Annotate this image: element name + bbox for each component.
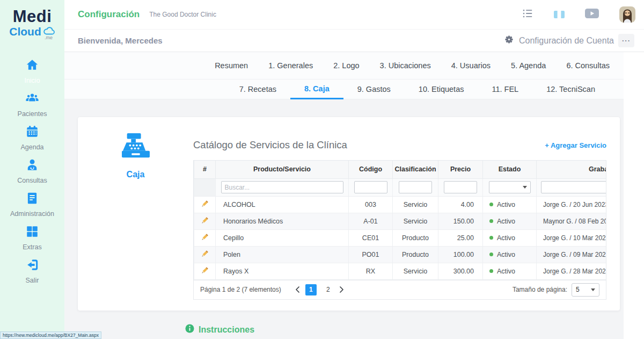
sidebar-item-inicio[interactable]: Inicio — [0, 54, 64, 88]
filter-clasificacion-input[interactable] — [399, 181, 432, 193]
table-filter-row — [194, 178, 607, 196]
pagination-summary: Página 1 de 2 (7 elementos) — [200, 286, 281, 293]
cell-codigo: A-01 — [349, 213, 393, 229]
cell-grabado: Jorge G. / 10 Mar 2022 16:0 — [537, 229, 607, 246]
cell-clasificacion: Producto — [393, 246, 438, 263]
table-row: Cepillo CE01 Producto 25.00 Activo Jorge… — [194, 229, 607, 246]
tab-logo[interactable]: 2. Logo — [323, 52, 369, 79]
tab-agenda[interactable]: 5. Agenda — [501, 52, 556, 79]
guatemala-flag-icon[interactable] — [554, 11, 565, 18]
tab-usuarios[interactable]: 4. Usuarios — [441, 52, 501, 79]
instructions-section: Instrucciones — [185, 324, 254, 335]
caja-section-label: Caja — [78, 170, 193, 179]
filter-codigo-input[interactable] — [354, 181, 387, 193]
pagination-bar: Página 1 de 2 (7 elementos) 1 2 Tamaño d… — [193, 280, 606, 300]
status-label: Activo — [497, 201, 515, 208]
filter-estado-select[interactable] — [489, 181, 531, 193]
tab-caja[interactable]: 8. Caja — [290, 80, 343, 99]
cell-estado: Activo — [483, 196, 537, 213]
status-dot — [489, 253, 493, 256]
cell-codigo: 003 — [349, 196, 393, 213]
instructions-title: Instrucciones — [199, 325, 254, 335]
edit-row-button[interactable] — [194, 246, 216, 263]
cell-clasificacion: Servicio — [393, 196, 438, 213]
status-label: Activo — [497, 218, 515, 225]
sidebar-item-agenda[interactable]: Agenda — [0, 121, 64, 154]
card-title: Catálogo de Servicios de la Clínica — [193, 139, 347, 151]
cell-producto: Honorarios Médicos — [216, 213, 349, 229]
tab-ubicaciones[interactable]: 3. Ubicaciones — [370, 52, 441, 79]
status-dot — [489, 203, 493, 206]
sidebar-item-salir[interactable]: Salir — [0, 254, 64, 287]
status-label: Activo — [497, 234, 515, 242]
sidebar: Medi Cloud .me Inicio Pacientes Agenda C… — [0, 0, 64, 339]
tab-resumen[interactable]: Resumen — [204, 52, 258, 79]
logo-cloud-text: Cloud — [9, 25, 41, 38]
table-row: ALCOHOL 003 Servicio 4.00 Activo Jorge G… — [194, 196, 607, 213]
caja-card: Caja Catálogo de Servicios de la Clínica… — [78, 117, 620, 311]
status-label: Activo — [497, 251, 515, 258]
cell-codigo: CE01 — [349, 229, 393, 246]
patients-icon — [25, 91, 39, 107]
filter-cell-empty — [194, 178, 216, 196]
tab-recetas[interactable]: 7. Recetas — [225, 80, 290, 99]
more-options-button[interactable]: ··· — [618, 34, 634, 47]
tabs-row-2: 7. Recetas 8. Caja 9. Gastos 10. Etiquet… — [64, 80, 644, 99]
cell-clasificacion: Servicio — [393, 263, 438, 279]
chevron-left-icon[interactable] — [295, 286, 299, 293]
scroll-gutter — [624, 52, 644, 339]
tabs-row-1: Resumen 1. Generales 2. Logo 3. Ubicacio… — [64, 52, 644, 80]
page-button-2[interactable]: 2 — [323, 284, 334, 295]
tab-tecniscan[interactable]: 12. TecniScan — [532, 80, 609, 99]
table-row: Rayos X RX Servicio 300.00 Activo Jorge … — [194, 263, 607, 279]
col-header-codigo: Código — [349, 161, 393, 178]
sidebar-item-label: Administración — [10, 210, 54, 218]
filter-grabado-input[interactable] — [541, 181, 606, 193]
col-header-num: # — [194, 161, 216, 178]
doctor-icon — [25, 158, 39, 174]
cash-register-icon — [120, 153, 151, 162]
sidebar-item-extras[interactable]: Extras — [0, 221, 64, 254]
cell-precio: 100.00 — [438, 246, 483, 263]
logout-icon — [25, 258, 39, 274]
chevron-right-icon[interactable] — [340, 286, 344, 293]
list-icon[interactable] — [522, 8, 533, 21]
sidebar-item-administracion[interactable]: Administración — [0, 187, 64, 221]
sidebar-item-label: Salir — [25, 277, 39, 284]
add-service-button[interactable]: + Agregar Servicio — [545, 141, 606, 149]
account-settings-button[interactable]: Configuración de Cuenta — [504, 35, 614, 46]
cell-estado: Activo — [483, 263, 537, 279]
chevron-down-icon — [523, 186, 527, 189]
cell-precio: 4.00 — [438, 196, 483, 213]
sidebar-item-label: Agenda — [20, 143, 43, 151]
user-avatar[interactable] — [619, 6, 635, 23]
tab-fel[interactable]: 11. FEL — [478, 80, 532, 99]
cell-estado: Activo — [483, 246, 537, 263]
tab-consultas[interactable]: 6. Consultas — [556, 52, 620, 79]
youtube-icon[interactable] — [585, 9, 599, 20]
cell-estado: Activo — [483, 229, 537, 246]
edit-row-button[interactable] — [194, 196, 216, 213]
gear-icon — [504, 35, 514, 46]
col-header-precio: Precio — [438, 161, 483, 178]
edit-row-button[interactable] — [194, 229, 216, 246]
page-button-1[interactable]: 1 — [305, 284, 317, 295]
filter-precio-input[interactable] — [444, 181, 477, 193]
page-size-value: 5 — [576, 286, 580, 293]
edit-row-button[interactable] — [194, 263, 216, 279]
tab-generales[interactable]: 1. Generales — [258, 52, 323, 79]
info-icon — [185, 324, 194, 335]
app-logo: Medi Cloud .me — [0, 0, 64, 40]
filter-producto-input[interactable] — [221, 181, 343, 193]
table-header-row: # Producto/Servicio Código Clasificación… — [194, 161, 607, 178]
sidebar-item-consultas[interactable]: Consultas — [0, 154, 64, 187]
status-dot — [489, 219, 493, 223]
sidebar-item-pacientes[interactable]: Pacientes — [0, 88, 64, 121]
clinic-name: The Good Doctor Clinic — [149, 11, 216, 18]
table-row: Polen PO01 Producto 100.00 Activo Jorge … — [194, 246, 607, 263]
edit-row-button[interactable] — [194, 213, 216, 229]
tab-gastos[interactable]: 9. Gastos — [343, 80, 405, 99]
page-size-select[interactable]: 5 — [572, 283, 599, 297]
page-title: Configuración — [78, 9, 140, 20]
tab-etiquetas[interactable]: 10. Etiquetas — [405, 80, 478, 99]
